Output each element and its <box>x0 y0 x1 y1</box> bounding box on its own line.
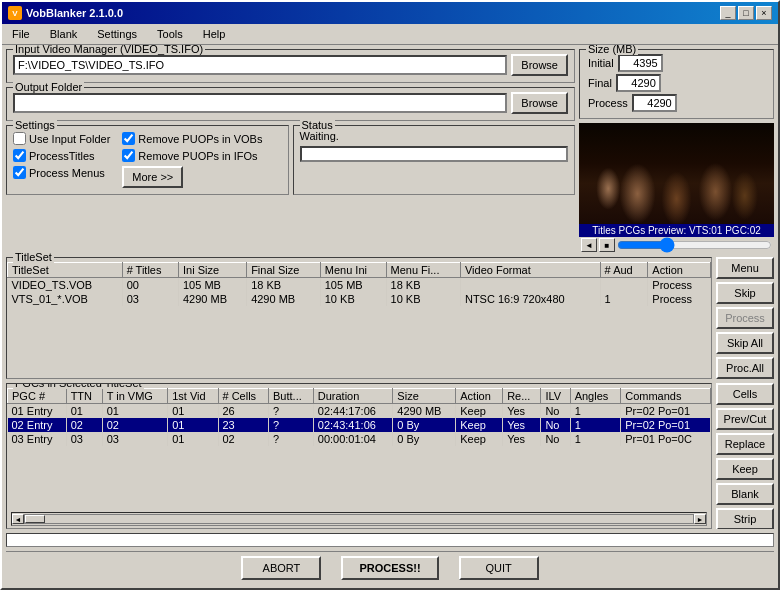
skip-all-btn[interactable]: Skip All <box>716 332 774 354</box>
close-button[interactable]: × <box>756 6 772 20</box>
replace-btn[interactable]: Replace <box>716 433 774 455</box>
maximize-button[interactable]: □ <box>738 6 754 20</box>
process-menus-check[interactable] <box>13 166 26 179</box>
remove-puops-ifos-check[interactable] <box>122 149 135 162</box>
col-menu-ini: Menu Ini <box>320 263 386 278</box>
use-input-folder-label: Use Input Folder <box>29 133 110 145</box>
menu-blank[interactable]: Blank <box>44 26 84 42</box>
menu-file[interactable]: File <box>6 26 36 42</box>
status-title: Status <box>300 119 335 131</box>
size-label: Size (MB) <box>586 45 638 55</box>
output-folder-field[interactable] <box>13 93 507 113</box>
input-video-field[interactable] <box>13 55 507 75</box>
title-bar: V VobBlanker 2.1.0.0 _ □ × <box>2 2 778 24</box>
process-btn[interactable]: Process <box>716 307 774 329</box>
preview-slider[interactable] <box>617 240 772 250</box>
scroll-right-icon[interactable]: ► <box>694 514 706 524</box>
pgc-col-1stvid: 1st Vid <box>168 389 218 404</box>
more-button[interactable]: More >> <box>122 166 183 188</box>
remove-puops-ifos-row[interactable]: Remove PUOPs in IFOs <box>122 149 262 162</box>
abort-button[interactable]: ABORT <box>241 556 321 580</box>
col-ini-size: Ini Size <box>178 263 246 278</box>
col-titleset: TitleSet <box>8 263 123 278</box>
pgc-label: PGCs in Selected TitleSet <box>13 383 144 389</box>
use-input-folder-check[interactable] <box>13 132 26 145</box>
quit-button[interactable]: QUIT <box>459 556 539 580</box>
menu-help[interactable]: Help <box>197 26 232 42</box>
initial-label: Initial <box>588 57 614 69</box>
preview-image <box>579 123 774 224</box>
process-value <box>632 94 677 112</box>
pgc-col-cells: # Cells <box>218 389 269 404</box>
col-menu-fi: Menu Fi... <box>386 263 460 278</box>
menu-settings[interactable]: Settings <box>91 26 143 42</box>
table-row[interactable]: VTS_01_*.VOB 03 4290 MB 4290 MB 10 KB 10… <box>8 292 711 306</box>
skip-btn[interactable]: Skip <box>716 282 774 304</box>
pgc-col-ilv: ILV <box>541 389 570 404</box>
titleset-section: TitleSet TitleSet # Titles Ini Size Fina… <box>6 257 712 379</box>
input-browse-button[interactable]: Browse <box>511 54 568 76</box>
process-titles-check[interactable] <box>13 149 26 162</box>
settings-group: Settings Use Input Folder ProcessTitles <box>6 125 289 195</box>
keep-btn[interactable]: Keep <box>716 458 774 480</box>
final-label: Final <box>588 77 612 89</box>
progress-bar <box>300 146 569 162</box>
status-bar <box>6 533 774 547</box>
pgc-col-action: Action <box>456 389 503 404</box>
pgc-col-duration: Duration <box>313 389 393 404</box>
pgc-col-commands: Commands <box>621 389 711 404</box>
final-value <box>616 74 661 92</box>
menu-tools[interactable]: Tools <box>151 26 189 42</box>
strip-btn[interactable]: Strip <box>716 508 774 529</box>
status-text: Waiting. <box>300 130 569 142</box>
preview-stop-button[interactable]: ■ <box>599 238 615 252</box>
cells-btn[interactable]: Cells <box>716 383 774 405</box>
titleset-buttons: Menu Skip Process Skip All Proc.All <box>716 257 774 379</box>
pgc-row[interactable]: 03 Entry 03 03 01 02 ? 00:00:01:04 0 By … <box>8 432 711 446</box>
process-menus-label: Process Menus <box>29 167 105 179</box>
prev-cut-btn[interactable]: Prev/Cut <box>716 408 774 430</box>
preview-prev-button[interactable]: ◄ <box>581 238 597 252</box>
pgc-col-pgc: PGC # <box>8 389 67 404</box>
pgc-col-tin-vmg: T in VMG <box>102 389 168 404</box>
remove-puops-ifos-label: Remove PUOPs in IFOs <box>138 150 257 162</box>
preview-caption: Titles PCGs Preview: VTS:01 PGC:02 <box>579 224 774 237</box>
col-titles: # Titles <box>122 263 178 278</box>
main-content: Input Video Manager (VIDEO_TS.IFO) Brows… <box>2 45 778 588</box>
status-group: Status Waiting. <box>293 125 576 195</box>
remove-puops-vobs-row[interactable]: Remove PUOPs in VOBs <box>122 132 262 145</box>
window-title: VobBlanker 2.1.0.0 <box>26 7 123 19</box>
output-folder-group: Output Folder Browse <box>6 87 575 121</box>
menu-bar: File Blank Settings Tools Help <box>2 24 778 45</box>
top-section: Input Video Manager (VIDEO_TS.IFO) Brows… <box>6 49 774 253</box>
col-aud: # Aud <box>600 263 648 278</box>
pgc-row[interactable]: 01 Entry 01 01 01 26 ? 02:44:17:06 4290 … <box>8 404 711 419</box>
process-button[interactable]: PROCESS!! <box>341 556 438 580</box>
blank-btn[interactable]: Blank <box>716 483 774 505</box>
process-titles-label: ProcessTitles <box>29 150 95 162</box>
table-row[interactable]: VIDEO_TS.VOB 00 105 MB 18 KB 105 MB 18 K… <box>8 278 711 293</box>
output-browse-button[interactable]: Browse <box>511 92 568 114</box>
pgc-col-angles: Angles <box>570 389 621 404</box>
preview-box: Titles PCGs Preview: VTS:01 PGC:02 ◄ ■ <box>579 123 774 253</box>
preview-controls: ◄ ■ <box>579 237 774 253</box>
initial-value <box>618 54 663 72</box>
titleset-table: TitleSet # Titles Ini Size Final Size Me… <box>7 262 711 306</box>
process-size-label: Process <box>588 97 628 109</box>
col-video-format: Video Format <box>460 263 600 278</box>
pgc-col-ttn: TTN <box>66 389 102 404</box>
use-input-folder-row[interactable]: Use Input Folder <box>13 132 110 145</box>
pgc-section: PGCs in Selected TitleSet PGC # TTN T in… <box>6 383 712 529</box>
settings-label: Settings <box>13 119 57 131</box>
pgc-scrollbar[interactable]: ◄ ► <box>11 512 707 526</box>
remove-puops-vobs-check[interactable] <box>122 132 135 145</box>
proc-all-btn[interactable]: Proc.All <box>716 357 774 379</box>
process-menus-row[interactable]: Process Menus <box>13 166 110 179</box>
pgc-col-size: Size <box>393 389 456 404</box>
process-titles-row[interactable]: ProcessTitles <box>13 149 110 162</box>
pgc-table-wrap: PGC # TTN T in VMG 1st Vid # Cells Butt.… <box>7 388 711 510</box>
menu-btn[interactable]: Menu <box>716 257 774 279</box>
pgc-row[interactable]: 02 Entry 02 02 01 23 ? 02:43:41:06 0 By … <box>8 418 711 432</box>
minimize-button[interactable]: _ <box>720 6 736 20</box>
scroll-left-icon[interactable]: ◄ <box>12 514 24 524</box>
